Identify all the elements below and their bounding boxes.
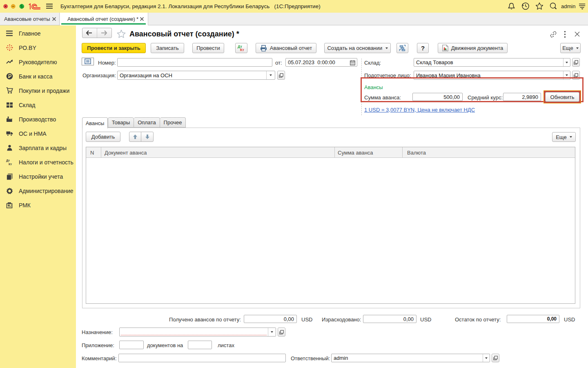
- svg-text:Кт: Кт: [9, 162, 12, 166]
